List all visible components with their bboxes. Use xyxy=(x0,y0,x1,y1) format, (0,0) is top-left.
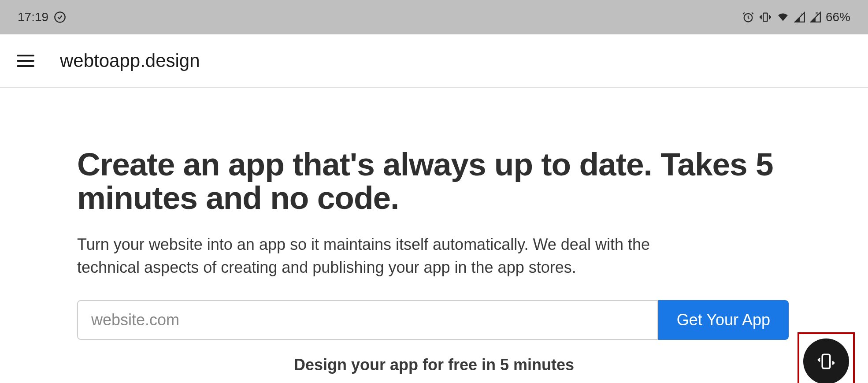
svg-rect-2 xyxy=(763,13,767,22)
app-bar: webtoapp.design xyxy=(0,34,868,88)
rotate-device-fab[interactable] xyxy=(803,338,849,383)
app-title: webtoapp.design xyxy=(60,50,200,71)
svg-text:R: R xyxy=(816,11,818,15)
status-bar-left: 17:19 xyxy=(18,10,66,24)
subheadline: Turn your website into an app so it main… xyxy=(77,233,650,279)
signal-icon-1: ! xyxy=(794,11,805,23)
status-bar: 17:19 xyxy=(0,0,868,34)
signal-icon-2: R xyxy=(810,11,821,23)
screen-rotation-icon xyxy=(817,352,835,371)
fab-highlight-box xyxy=(798,332,855,383)
checkmark-circle-icon xyxy=(54,11,66,23)
main-content: Create an app that's always up to date. … xyxy=(0,88,868,374)
alarm-icon xyxy=(742,11,754,23)
battery-percentage: 66% xyxy=(826,10,850,24)
get-your-app-button[interactable]: Get Your App xyxy=(658,300,789,340)
headline: Create an app that's always up to date. … xyxy=(77,148,791,215)
wifi-icon xyxy=(776,11,790,23)
status-bar-right: ! R 66% xyxy=(742,10,850,24)
clock-time: 17:19 xyxy=(18,10,48,24)
hamburger-menu-icon[interactable] xyxy=(17,55,34,67)
svg-rect-5 xyxy=(822,354,830,368)
svg-point-0 xyxy=(55,12,65,22)
url-input-row: Get Your App xyxy=(77,300,789,340)
vibrate-icon xyxy=(759,11,772,23)
svg-text:!: ! xyxy=(801,12,801,16)
website-url-input[interactable] xyxy=(77,300,658,340)
footer-text: Design your app for free in 5 minutes xyxy=(77,356,791,374)
